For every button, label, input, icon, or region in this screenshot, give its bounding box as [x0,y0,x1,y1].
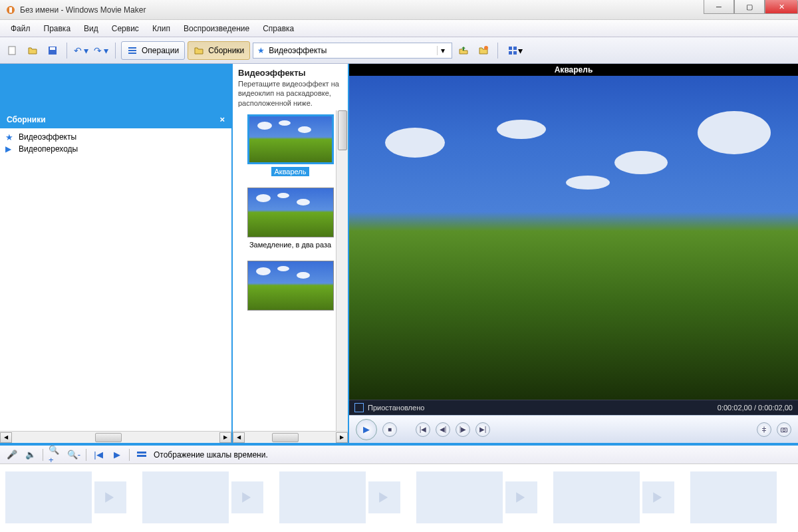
menu-clip[interactable]: Клип [146,22,177,35]
scroll-thumb[interactable] [338,110,347,150]
collections-panel: Сборники × ★ Видеоэффекты ▶ Видеопереход… [0,64,233,443]
frame-back-button[interactable]: ◀| [436,422,450,437]
menu-tools[interactable]: Сервис [105,22,146,35]
svg-rect-11 [509,51,512,55]
new-folder-button[interactable] [475,42,492,59]
new-project-button[interactable] [4,42,21,59]
effect-item-3[interactable] [237,261,344,323]
rewind-start-button[interactable]: |◀ [416,422,430,437]
effects-scrollbar[interactable] [336,110,348,431]
mid-scrollbar-h[interactable]: ◀ ▶ [233,431,348,443]
storyboard-transition-slot[interactable] [642,481,674,513]
scroll-left-icon[interactable]: ◀ [233,432,245,443]
maximize-button[interactable]: ▢ [734,0,765,14]
effect-label: Замедление, в два раза [247,240,334,249]
svg-rect-7 [128,53,136,54]
scroll-right-icon[interactable]: ▶ [336,432,348,443]
svg-rect-5 [128,47,136,49]
effects-list: Акварель Замедление, в два раза [233,110,348,431]
undo-button[interactable]: ↶ ▾ [72,42,90,59]
save-button[interactable] [44,42,61,59]
svg-rect-4 [50,47,55,50]
menu-file[interactable]: Файл [4,22,37,35]
scroll-left-icon[interactable]: ◀ [0,432,12,443]
narrate-button[interactable]: 🎤 [5,448,19,462]
transition-icon: ▶ [5,144,15,154]
redo-button[interactable]: ↷ ▾ [92,42,110,59]
play-timeline-button[interactable]: ▶ [110,448,124,462]
collections-label: Сборники [208,46,244,55]
timeline-view-label[interactable]: Отображение шкалы времени. [154,450,268,460]
view-mode-button[interactable]: ▾ [503,42,526,59]
svg-rect-15 [137,452,146,454]
scroll-right-icon[interactable]: ▶ [219,432,231,443]
scroll-thumb[interactable] [272,433,299,442]
storyboard-clip-slot[interactable] [5,471,92,523]
menu-edit[interactable]: Правка [37,22,78,35]
storyboard-transition-slot[interactable] [231,481,263,513]
storyboard-transition-slot[interactable] [505,481,537,513]
rewind-timeline-button[interactable]: |◀ [92,448,105,462]
svg-point-8 [484,46,488,50]
menu-view[interactable]: Вид [77,22,105,35]
close-button[interactable]: ✕ [765,0,798,14]
storyboard-clip-slot[interactable] [279,471,366,523]
storyboard-clip-slot[interactable] [553,471,640,523]
zoom-out-button[interactable]: 🔍- [67,448,80,462]
storyboard-clip-slot[interactable] [142,471,229,523]
tree-item-video-transitions[interactable]: ▶ Видеопереходы [3,143,229,155]
collections-toggle[interactable]: Сборники [188,41,250,60]
scroll-thumb[interactable] [95,433,122,442]
zoom-in-button[interactable]: 🔍+ [49,448,62,462]
playback-status: Приостановлено [368,404,424,412]
preview-title: Акварель [349,64,798,76]
stop-button[interactable]: ■ [382,422,397,437]
preview-monitor [349,76,798,400]
storyboard [0,464,798,531]
storyboard-clip-slot[interactable] [690,471,777,523]
effect-item-slowdown[interactable]: Замедление, в два раза [237,188,344,250]
menu-bar: Файл Правка Вид Сервис Клип Воспроизведе… [0,20,798,37]
menu-play[interactable]: Воспроизведение [177,22,256,35]
window-title: Без имени - Windows Movie Maker [20,5,704,15]
play-button[interactable]: ▶ [356,419,377,440]
effect-item-watercolor[interactable]: Акварель [237,114,344,177]
collections-header: Сборники × [0,110,231,128]
effect-thumbnail [247,114,334,164]
tasks-toggle[interactable]: Операции [121,41,185,60]
storyboard-transition-slot[interactable] [368,481,400,513]
fullscreen-icon[interactable] [354,403,364,412]
svg-rect-1 [9,7,12,13]
storyboard-transition-slot[interactable] [94,481,126,513]
frame-forward-button[interactable]: |▶ [456,422,470,437]
snapshot-button[interactable] [777,422,791,437]
up-level-button[interactable] [455,42,472,59]
split-clip-button[interactable] [757,422,771,437]
timeline-view-icon[interactable] [135,448,148,462]
left-scrollbar[interactable]: ◀ ▶ [0,431,231,443]
dropdown-value: Видеоэффекты [269,46,433,55]
preview-image [349,76,798,400]
svg-rect-9 [509,47,512,50]
effect-thumbnail [247,188,334,237]
svg-rect-10 [513,47,517,50]
preview-panel: Акварель Приостановлено 0:00:02,00 / 0:0… [349,64,798,443]
effects-panel: Видеоэффекты Перетащите видеоэффект на в… [233,64,349,443]
storyboard-clip-slot[interactable] [416,471,503,523]
open-button[interactable] [24,42,41,59]
minimize-button[interactable]: ─ [704,0,734,14]
title-bar: Без имени - Windows Movie Maker ─ ▢ ✕ [0,0,798,20]
time-display: 0:00:02,00 / 0:00:02,00 [718,404,793,412]
svg-rect-6 [128,50,136,51]
close-panel-icon[interactable]: × [219,114,225,124]
svg-point-14 [783,428,785,431]
menu-help[interactable]: Справка [256,22,301,35]
effect-label: Акварель [271,167,309,176]
effects-title: Видеоэффекты [238,68,342,78]
forward-end-button[interactable]: ▶| [475,422,490,437]
svg-rect-12 [513,51,517,55]
audio-levels-button[interactable]: 🔈 [24,448,37,462]
collection-dropdown[interactable]: ★ Видеоэффекты ▾ [253,43,452,59]
tree-item-video-effects[interactable]: ★ Видеоэффекты [3,131,229,143]
chevron-down-icon: ▾ [437,46,448,55]
